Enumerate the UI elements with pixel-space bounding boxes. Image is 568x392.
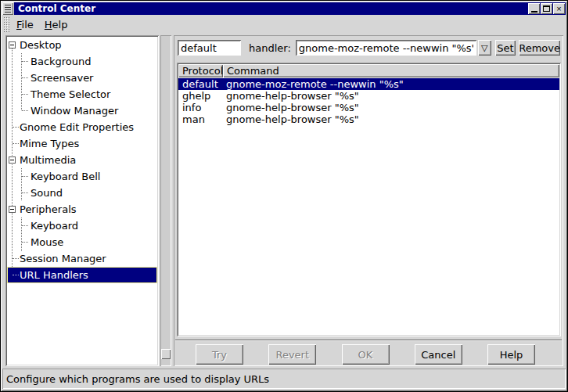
tree-branch-icon — [22, 192, 28, 193]
sidebar-item-label: Keyboard Bell — [31, 171, 100, 182]
table-row-man[interactable]: mangnome-help-browser "%s" — [178, 113, 559, 125]
control-center-window: Control Center × FileHelp DesktopBackgro… — [0, 0, 568, 392]
window-menu-icon — [5, 5, 11, 13]
minus-glyph — [10, 209, 14, 210]
sidebar-item-label: Mime Types — [20, 138, 79, 149]
button-separator — [175, 340, 562, 341]
cell-protocol: default — [178, 78, 223, 90]
try-button[interactable]: Try — [196, 344, 243, 365]
sidebar-item-mouse[interactable]: Mouse — [7, 234, 157, 250]
column-header-protocol[interactable]: Protocol — [178, 64, 223, 77]
sidebar-item-theme-selector[interactable]: Theme Selector — [7, 86, 157, 102]
ok-button[interactable]: OK — [342, 344, 390, 365]
menu-help[interactable]: Help — [39, 16, 74, 34]
tree-branch-icon — [13, 275, 19, 275]
tree-expander-icon[interactable] — [9, 206, 16, 213]
close-icon: × — [556, 5, 561, 13]
tree-branch-icon — [22, 61, 28, 62]
sidebar-item-label: Session Manager — [20, 253, 106, 264]
table-header: Protocol Command — [178, 64, 559, 77]
tree-branch-icon — [13, 127, 19, 128]
statusbar: Configure which programs are used to dis… — [2, 369, 566, 389]
cell-protocol: ghelp — [178, 90, 223, 102]
handler-dropdown-button[interactable]: ▽ — [478, 40, 491, 56]
window-controls: × — [528, 2, 566, 15]
tree-branch-icon — [22, 225, 28, 226]
sidebar-item-multimedia[interactable]: Multimedia — [7, 152, 157, 168]
sidebar-item-label: Mouse — [31, 236, 63, 248]
sidebar-item-label: Keyboard — [31, 220, 78, 232]
cell-protocol: man — [178, 113, 223, 125]
sidebar-item-screensaver[interactable]: Screensaver — [7, 70, 157, 86]
minus-glyph — [10, 160, 14, 160]
tree-branch-icon — [22, 110, 28, 111]
set-button[interactable]: Set — [495, 40, 516, 56]
statusbar-text: Configure which programs are used to dis… — [6, 373, 269, 385]
handler-label: handler: — [249, 42, 291, 54]
maximize-button[interactable] — [541, 3, 552, 14]
menubar-drag-handle-icon[interactable] — [3, 16, 9, 32]
sidebar-tree: DesktopBackgroundScreensaverTheme Select… — [5, 35, 159, 366]
minimize-icon — [531, 11, 537, 13]
sidebar-item-sound[interactable]: Sound — [7, 185, 157, 201]
table-row-ghelp[interactable]: ghelpgnome-help-browser "%s" — [178, 90, 559, 102]
sidebar-item-url-handlers[interactable]: URL Handlers — [7, 267, 157, 283]
dropdown-arrow-icon: ▽ — [481, 43, 487, 53]
titlebar: Control Center × — [2, 2, 566, 15]
sidebar-item-label: Theme Selector — [31, 88, 110, 100]
sidebar-item-gnome-edit-properties[interactable]: Gnome Edit Properties — [7, 119, 157, 135]
sidebar-item-label: Screensaver — [31, 72, 93, 84]
tree-branch-icon — [22, 242, 28, 243]
sidebar-item-label: URL Handlers — [20, 269, 88, 281]
window-menu-button[interactable] — [2, 2, 13, 15]
scrollbar-thumb[interactable] — [161, 349, 171, 359]
tree-expander-icon[interactable] — [9, 156, 16, 164]
tree-branch-icon — [13, 143, 19, 144]
maximize-icon — [543, 5, 550, 12]
table-row-default[interactable]: defaultgnome-moz-remote --newwin "%s" — [178, 78, 559, 90]
sidebar-item-label: Background — [31, 56, 92, 67]
handler-edit-row: handler: ▽ Set Remove — [178, 40, 560, 56]
cell-command: gnome-help-browser "%s" — [223, 102, 559, 113]
cell-command: gnome-moz-remote --newwin "%s" — [223, 78, 559, 90]
menu-file[interactable]: File — [11, 16, 39, 34]
cell-protocol: info — [178, 102, 223, 113]
help-button[interactable]: Help — [487, 344, 535, 365]
table-row-info[interactable]: infognome-help-browser "%s" — [178, 102, 559, 113]
cell-command: gnome-help-browser "%s" — [223, 113, 559, 125]
sidebar-item-keyboard-bell[interactable]: Keyboard Bell — [7, 168, 157, 185]
sidebar-item-session-manager[interactable]: Session Manager — [7, 250, 157, 267]
sidebar-item-desktop[interactable]: Desktop — [7, 37, 157, 53]
close-button[interactable]: × — [553, 3, 565, 14]
url-handlers-panel: handler: ▽ Set Remove Protocol Command d… — [174, 35, 563, 366]
sidebar-item-window-manager[interactable]: Window Manager — [7, 102, 157, 119]
dialog-action-buttons: TryRevertOKCancelHelp — [196, 344, 535, 365]
sidebar-item-label: Peripherals — [20, 203, 77, 215]
sidebar-item-label: Sound — [31, 187, 63, 199]
sidebar-tree-content: DesktopBackgroundScreensaverTheme Select… — [7, 37, 157, 365]
tree-branch-icon — [13, 258, 19, 259]
minimize-button[interactable] — [528, 3, 540, 14]
titlebar-drag-area[interactable]: Control Center × — [14, 2, 566, 15]
menubar: FileHelp — [2, 15, 566, 34]
sidebar-item-keyboard[interactable]: Keyboard — [7, 218, 157, 234]
handlers-table: Protocol Command defaultgnome-moz-remote… — [177, 63, 561, 336]
handler-input[interactable] — [296, 40, 476, 56]
sidebar-item-peripherals[interactable]: Peripherals — [7, 201, 157, 218]
revert-button[interactable]: Revert — [268, 344, 316, 365]
window-title: Control Center — [18, 3, 95, 14]
column-header-command[interactable]: Command — [223, 64, 559, 77]
tree-expander-icon[interactable] — [9, 41, 16, 49]
protocol-input[interactable] — [178, 40, 241, 56]
sidebar-scrollbar[interactable] — [160, 35, 171, 366]
remove-button[interactable]: Remove — [519, 40, 560, 56]
cancel-button[interactable]: Cancel — [415, 344, 462, 365]
table-body: defaultgnome-moz-remote --newwin "%s"ghe… — [178, 78, 559, 335]
sidebar-item-label: Gnome Edit Properties — [20, 121, 134, 133]
tree-branch-icon — [22, 77, 28, 78]
minus-glyph — [10, 45, 14, 45]
sidebar-item-background[interactable]: Background — [7, 53, 157, 70]
tree-branch-icon — [22, 176, 28, 177]
sidebar-item-label: Desktop — [20, 39, 62, 51]
sidebar-item-mime-types[interactable]: Mime Types — [7, 135, 157, 152]
